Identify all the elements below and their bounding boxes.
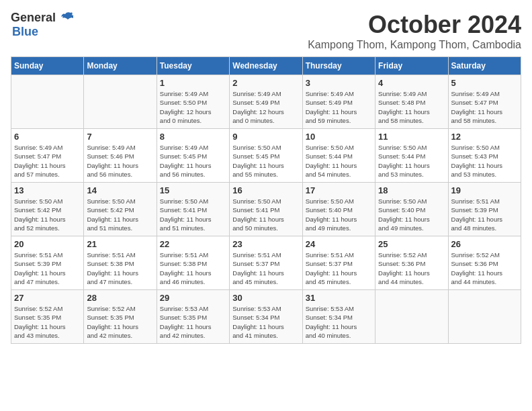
day-info: Sunrise: 5:52 AM Sunset: 5:36 PM Dayligh… <box>451 250 518 286</box>
page-header: General Blue October 2024 Kampong Thom, … <box>11 11 521 51</box>
calendar-cell: 28Sunrise: 5:52 AM Sunset: 5:35 PM Dayli… <box>84 290 157 344</box>
day-info: Sunrise: 5:51 AM Sunset: 5:39 PM Dayligh… <box>14 250 81 286</box>
day-info: Sunrise: 5:51 AM Sunset: 5:39 PM Dayligh… <box>451 197 518 232</box>
weekday-header: Tuesday <box>157 57 229 75</box>
calendar-cell: 17Sunrise: 5:50 AM Sunset: 5:40 PM Dayli… <box>302 183 375 236</box>
day-number: 13 <box>14 185 81 195</box>
weekday-header: Friday <box>375 57 448 75</box>
calendar-cell: 24Sunrise: 5:51 AM Sunset: 5:37 PM Dayli… <box>302 236 375 290</box>
calendar-cell: 30Sunrise: 5:53 AM Sunset: 5:34 PM Dayli… <box>230 290 302 344</box>
calendar-cell: 6Sunrise: 5:49 AM Sunset: 5:47 PM Daylig… <box>11 129 84 183</box>
calendar-cell <box>448 290 521 344</box>
weekday-header: Thursday <box>302 57 375 75</box>
day-number: 18 <box>378 185 445 195</box>
day-number: 21 <box>87 239 153 249</box>
calendar-cell: 7Sunrise: 5:49 AM Sunset: 5:46 PM Daylig… <box>84 129 157 183</box>
day-number: 5 <box>451 78 518 88</box>
day-info: Sunrise: 5:49 AM Sunset: 5:48 PM Dayligh… <box>378 89 445 125</box>
calendar-cell <box>11 75 84 129</box>
calendar-week-row: 27Sunrise: 5:52 AM Sunset: 5:35 PM Dayli… <box>11 290 521 344</box>
day-info: Sunrise: 5:51 AM Sunset: 5:37 PM Dayligh… <box>232 250 299 286</box>
title-section: October 2024 Kampong Thom, Kampong Thom,… <box>308 11 521 51</box>
calendar-body: 1Sunrise: 5:49 AM Sunset: 5:50 PM Daylig… <box>11 75 521 344</box>
location-title: Kampong Thom, Kampong Thom, Cambodia <box>308 39 521 51</box>
day-info: Sunrise: 5:50 AM Sunset: 5:44 PM Dayligh… <box>378 143 445 179</box>
calendar-cell: 23Sunrise: 5:51 AM Sunset: 5:37 PM Dayli… <box>230 236 302 290</box>
day-number: 3 <box>306 78 372 88</box>
month-title: October 2024 <box>308 11 521 39</box>
day-info: Sunrise: 5:50 AM Sunset: 5:42 PM Dayligh… <box>14 197 81 232</box>
calendar-cell <box>375 290 448 344</box>
calendar-cell: 10Sunrise: 5:50 AM Sunset: 5:44 PM Dayli… <box>302 129 375 183</box>
day-info: Sunrise: 5:49 AM Sunset: 5:49 PM Dayligh… <box>232 89 299 125</box>
calendar-cell: 14Sunrise: 5:50 AM Sunset: 5:42 PM Dayli… <box>84 183 157 236</box>
calendar-cell: 25Sunrise: 5:52 AM Sunset: 5:36 PM Dayli… <box>375 236 448 290</box>
calendar-cell: 16Sunrise: 5:50 AM Sunset: 5:41 PM Dayli… <box>230 183 302 236</box>
calendar-cell: 22Sunrise: 5:51 AM Sunset: 5:38 PM Dayli… <box>157 236 229 290</box>
calendar-cell: 19Sunrise: 5:51 AM Sunset: 5:39 PM Dayli… <box>448 183 521 236</box>
day-info: Sunrise: 5:50 AM Sunset: 5:42 PM Dayligh… <box>87 197 153 232</box>
day-number: 26 <box>451 239 518 249</box>
day-info: Sunrise: 5:50 AM Sunset: 5:43 PM Dayligh… <box>451 143 518 179</box>
weekday-header: Wednesday <box>230 57 302 75</box>
logo-general: General <box>11 11 56 25</box>
calendar-cell: 8Sunrise: 5:49 AM Sunset: 5:45 PM Daylig… <box>157 129 229 183</box>
calendar-cell: 5Sunrise: 5:49 AM Sunset: 5:47 PM Daylig… <box>448 75 521 129</box>
day-number: 24 <box>306 239 372 249</box>
day-number: 30 <box>232 293 299 303</box>
calendar-header-row: SundayMondayTuesdayWednesdayThursdayFrid… <box>11 57 521 75</box>
day-info: Sunrise: 5:50 AM Sunset: 5:40 PM Dayligh… <box>378 197 445 232</box>
day-number: 12 <box>451 132 518 142</box>
day-number: 11 <box>378 132 445 142</box>
day-number: 19 <box>451 185 518 195</box>
logo-blue: Blue <box>12 25 38 39</box>
weekday-header: Saturday <box>448 57 521 75</box>
calendar-cell: 20Sunrise: 5:51 AM Sunset: 5:39 PM Dayli… <box>11 236 84 290</box>
day-info: Sunrise: 5:51 AM Sunset: 5:38 PM Dayligh… <box>160 250 226 286</box>
calendar-cell: 29Sunrise: 5:53 AM Sunset: 5:35 PM Dayli… <box>157 290 229 344</box>
calendar-cell: 3Sunrise: 5:49 AM Sunset: 5:49 PM Daylig… <box>302 75 375 129</box>
day-info: Sunrise: 5:50 AM Sunset: 5:41 PM Dayligh… <box>232 197 299 232</box>
calendar-cell: 13Sunrise: 5:50 AM Sunset: 5:42 PM Dayli… <box>11 183 84 236</box>
day-info: Sunrise: 5:52 AM Sunset: 5:35 PM Dayligh… <box>14 304 81 340</box>
day-info: Sunrise: 5:49 AM Sunset: 5:47 PM Dayligh… <box>451 89 518 125</box>
calendar-week-row: 13Sunrise: 5:50 AM Sunset: 5:42 PM Dayli… <box>11 183 521 236</box>
day-info: Sunrise: 5:49 AM Sunset: 5:50 PM Dayligh… <box>160 89 226 125</box>
day-info: Sunrise: 5:50 AM Sunset: 5:44 PM Dayligh… <box>306 143 372 179</box>
day-number: 29 <box>160 293 226 303</box>
calendar-week-row: 20Sunrise: 5:51 AM Sunset: 5:39 PM Dayli… <box>11 236 521 290</box>
day-number: 22 <box>160 239 226 249</box>
day-number: 15 <box>160 185 226 195</box>
day-number: 7 <box>87 132 153 142</box>
day-info: Sunrise: 5:50 AM Sunset: 5:41 PM Dayligh… <box>160 197 226 232</box>
calendar-cell: 26Sunrise: 5:52 AM Sunset: 5:36 PM Dayli… <box>448 236 521 290</box>
day-number: 14 <box>87 185 153 195</box>
day-number: 8 <box>160 132 226 142</box>
day-info: Sunrise: 5:51 AM Sunset: 5:38 PM Dayligh… <box>87 250 153 286</box>
calendar-table: SundayMondayTuesdayWednesdayThursdayFrid… <box>11 56 521 344</box>
day-number: 31 <box>306 293 372 303</box>
calendar-cell: 4Sunrise: 5:49 AM Sunset: 5:48 PM Daylig… <box>375 75 448 129</box>
day-info: Sunrise: 5:51 AM Sunset: 5:37 PM Dayligh… <box>306 250 372 286</box>
calendar-week-row: 1Sunrise: 5:49 AM Sunset: 5:50 PM Daylig… <box>11 75 521 129</box>
day-number: 23 <box>232 239 299 249</box>
day-number: 25 <box>378 239 445 249</box>
day-number: 17 <box>306 185 372 195</box>
day-number: 20 <box>14 239 81 249</box>
day-number: 27 <box>14 293 81 303</box>
weekday-header: Monday <box>84 57 157 75</box>
day-number: 6 <box>14 132 81 142</box>
day-info: Sunrise: 5:49 AM Sunset: 5:45 PM Dayligh… <box>160 143 226 179</box>
calendar-cell: 15Sunrise: 5:50 AM Sunset: 5:41 PM Dayli… <box>157 183 229 236</box>
day-number: 2 <box>232 78 299 88</box>
logo: General Blue <box>11 11 73 39</box>
calendar-cell: 11Sunrise: 5:50 AM Sunset: 5:44 PM Dayli… <box>375 129 448 183</box>
calendar-cell: 18Sunrise: 5:50 AM Sunset: 5:40 PM Dayli… <box>375 183 448 236</box>
calendar-cell: 1Sunrise: 5:49 AM Sunset: 5:50 PM Daylig… <box>157 75 229 129</box>
day-info: Sunrise: 5:53 AM Sunset: 5:34 PM Dayligh… <box>306 304 372 340</box>
day-info: Sunrise: 5:52 AM Sunset: 5:36 PM Dayligh… <box>378 250 445 286</box>
calendar-cell <box>84 75 157 129</box>
day-number: 4 <box>378 78 445 88</box>
calendar-cell: 2Sunrise: 5:49 AM Sunset: 5:49 PM Daylig… <box>230 75 302 129</box>
day-number: 9 <box>232 132 299 142</box>
